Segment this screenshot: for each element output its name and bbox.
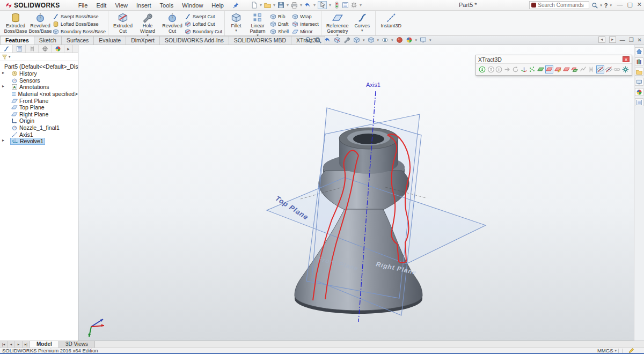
revolved-boss-base-button[interactable]: Revolved Boss/Base [28, 12, 53, 34]
menu-insert[interactable]: Insert [136, 2, 151, 9]
next-tab-button[interactable]: ▸ [15, 341, 23, 348]
intersect-button[interactable]: Intersect [292, 21, 319, 27]
print-icon[interactable] [291, 2, 298, 9]
align-axis-icon[interactable] [521, 65, 528, 73]
edit-appearance-icon[interactable] [396, 36, 403, 43]
dynamic-annotation-icon[interactable] [343, 36, 350, 43]
tab-solidworks-add-ins[interactable]: SOLIDWORKS Add-Ins [159, 36, 229, 45]
lofted-boss-base-button[interactable]: Lofted Boss/Base [53, 21, 106, 27]
edit-slice-icon[interactable] [554, 65, 562, 73]
extract-edges-icon[interactable] [588, 65, 595, 73]
manager-tabs-overflow[interactable]: ▸ [64, 45, 73, 53]
featuremanager-tree-icon[interactable] [0, 45, 13, 53]
tree-item-right-plane[interactable]: Right Plane [0, 111, 78, 118]
rib-button[interactable]: Rib [270, 13, 289, 20]
tree-item-origin[interactable]: Origin [0, 117, 78, 124]
tree-item-axis1[interactable]: Axis1 [0, 131, 78, 138]
open-icon[interactable] [264, 2, 271, 9]
minimize-button[interactable]: — [617, 1, 623, 8]
view-orientation-dropdown[interactable]: ▾ [363, 38, 365, 42]
undo-dropdown[interactable]: ▾ [313, 3, 316, 8]
tree-filter[interactable]: ▾ [0, 53, 78, 61]
tree-item-front-plane[interactable]: Front Plane [0, 97, 78, 104]
slice-plane-icon[interactable] [545, 65, 553, 73]
xtract-settings-gear-icon[interactable] [622, 65, 630, 73]
reset-icon[interactable] [512, 65, 519, 73]
expand-arrow[interactable]: ▸ [2, 138, 4, 143]
design-library-icon[interactable] [635, 57, 643, 65]
import-mesh-icon[interactable] [479, 65, 486, 73]
previous-document-button[interactable]: ◂ [598, 36, 605, 43]
help-dropdown[interactable]: ▾ [610, 3, 612, 8]
boundary-boss-base-button[interactable]: Boundary Boss/Base [53, 28, 106, 35]
appearances-icon[interactable] [635, 88, 643, 96]
apply-scene-icon[interactable] [406, 36, 413, 43]
hide-show-items-icon[interactable] [382, 36, 389, 43]
linear-pattern-button[interactable]: Linear Pattern▾ [245, 12, 270, 36]
display-style-dropdown[interactable]: ▾ [377, 38, 379, 42]
menu-help[interactable]: Help [211, 2, 224, 9]
reference-geometry-button[interactable]: Reference Geometry▾ [324, 12, 352, 36]
tree-item-revolve1[interactable]: ▸ Revolve1 [0, 138, 78, 145]
revolved-cut-button[interactable]: Revolved Cut [160, 12, 185, 34]
new-document-icon[interactable] [251, 2, 258, 9]
select-cursor-icon[interactable] [319, 2, 326, 9]
view-settings-icon[interactable] [420, 36, 427, 43]
menu-edit[interactable]: Edit [96, 2, 106, 9]
curves-button[interactable]: Curves▾ [352, 12, 373, 32]
dimxpertmanager-icon[interactable] [39, 45, 52, 53]
tab-features[interactable]: Features [0, 36, 34, 45]
tab-evaluate[interactable]: Evaluate [93, 36, 126, 45]
configurationmanager-icon[interactable] [26, 45, 39, 53]
tab-dimxpert[interactable]: DimXpert [126, 36, 160, 45]
menu-file[interactable]: File [78, 2, 88, 9]
hole-wizard-button[interactable]: Hole Wizard▾ [135, 12, 160, 36]
move-slice-icon[interactable] [563, 65, 570, 73]
toggle-mesh-visibility-icon[interactable] [596, 65, 604, 73]
displaymanager-icon[interactable] [52, 45, 64, 53]
section-view-icon[interactable] [334, 36, 341, 43]
xtract3d-titlebar[interactable]: XTract3D ✕ [476, 55, 632, 64]
print-dropdown[interactable]: ▾ [300, 3, 302, 8]
tree-item-material[interactable]: Material <not specified> [0, 91, 78, 98]
xtract3d-toolbar[interactable]: XTract3D ✕ [475, 55, 632, 76]
viewport-canvas[interactable]: Axis1 Top Plane Right Plane Front Plane [78, 45, 634, 341]
shell-button[interactable]: Shell [270, 28, 289, 35]
swept-boss-base-button[interactable]: Swept Boss/Base [53, 13, 106, 20]
lofted-cut-button[interactable]: Lofted Cut [185, 21, 222, 27]
expand-arrow[interactable]: ▸ [2, 84, 4, 88]
units-dropdown[interactable]: ▾ [614, 349, 617, 353]
previous-view-icon[interactable] [324, 36, 331, 43]
hide-show-dropdown[interactable]: ▾ [391, 38, 393, 42]
next-step-icon[interactable] [504, 65, 511, 73]
rebuild-icon[interactable] [333, 2, 340, 9]
polyline-trace-icon[interactable] [580, 65, 587, 73]
undo-icon[interactable] [304, 2, 311, 9]
link-icon[interactable] [613, 65, 621, 73]
tab-3d-views[interactable]: 3D Views [59, 341, 95, 348]
prev-tab-button[interactable]: ◂ [8, 341, 15, 348]
swept-cut-button[interactable]: Swept Cut [185, 13, 222, 20]
graphics-viewport[interactable]: Axis1 Top Plane Right Plane Front Plane … [78, 45, 644, 341]
tab-surfaces[interactable]: Surfaces [61, 36, 94, 45]
display-style-icon[interactable] [368, 36, 375, 43]
search-input[interactable] [538, 2, 586, 8]
zoom-to-area-icon[interactable] [314, 36, 321, 43]
save-dropdown[interactable]: ▾ [287, 3, 289, 8]
next-document-button[interactable]: ▸ [609, 36, 616, 43]
settings-gear-icon[interactable] [350, 2, 357, 9]
fillet-button[interactable]: Fillet▾ [227, 12, 245, 32]
fit-plane-icon[interactable] [537, 65, 545, 73]
settings-dropdown[interactable]: ▾ [360, 3, 362, 8]
view-settings-dropdown[interactable]: ▾ [429, 38, 431, 42]
first-tab-button[interactable]: |◂ [0, 341, 8, 348]
tree-root-part[interactable]: Part5 (Default<<Default>_Display State 1 [0, 63, 78, 70]
wrap-button[interactable]: Wrap [292, 13, 319, 20]
view-palette-icon[interactable] [635, 78, 643, 86]
file-explorer-icon[interactable] [635, 68, 643, 76]
doc-restore-button[interactable]: ❐ [629, 37, 634, 43]
apply-scene-dropdown[interactable]: ▾ [415, 38, 418, 42]
export-icon[interactable] [487, 65, 495, 73]
propertymanager-icon[interactable] [13, 45, 26, 53]
doc-minimize-button[interactable]: — [620, 37, 625, 43]
